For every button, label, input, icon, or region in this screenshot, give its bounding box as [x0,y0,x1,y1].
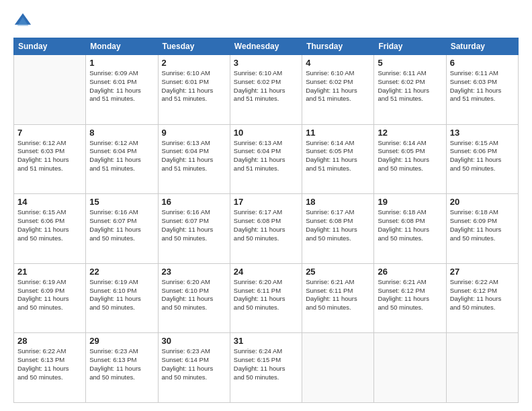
day-number: 18 [306,197,370,207]
cell-info: Sunrise: 6:18 AMSunset: 6:08 PMDaylight:… [378,208,442,242]
cell-info: Sunrise: 6:15 AMSunset: 6:06 PMDaylight:… [17,208,82,242]
calendar-cell: 9Sunrise: 6:13 AMSunset: 6:04 PMDaylight… [158,124,230,194]
weekday-header: Wednesday [230,38,302,55]
day-number: 30 [162,336,226,346]
cell-info: Sunrise: 6:17 AMSunset: 6:08 PMDaylight:… [234,208,298,242]
day-number: 27 [450,267,515,277]
day-number: 16 [162,197,226,207]
calendar-cell [302,333,374,403]
calendar-cell: 4Sunrise: 6:10 AMSunset: 6:02 PMDaylight… [302,55,374,125]
calendar-cell: 13Sunrise: 6:15 AMSunset: 6:06 PMDayligh… [446,124,518,194]
day-number: 17 [234,197,298,207]
cell-info: Sunrise: 6:12 AMSunset: 6:03 PMDaylight:… [17,139,82,173]
calendar-cell: 28Sunrise: 6:22 AMSunset: 6:13 PMDayligh… [14,333,86,403]
weekday-header: Monday [86,38,158,55]
calendar-week-row: 21Sunrise: 6:19 AMSunset: 6:09 PMDayligh… [14,263,519,333]
day-number: 10 [234,128,298,138]
weekday-header: Tuesday [158,38,230,55]
calendar-cell: 25Sunrise: 6:21 AMSunset: 6:11 PMDayligh… [302,263,374,333]
cell-info: Sunrise: 6:11 AMSunset: 6:03 PMDaylight:… [450,69,515,103]
calendar-cell: 17Sunrise: 6:17 AMSunset: 6:08 PMDayligh… [230,194,302,264]
calendar-cell: 15Sunrise: 6:16 AMSunset: 6:07 PMDayligh… [86,194,158,264]
cell-info: Sunrise: 6:19 AMSunset: 6:09 PMDaylight:… [17,278,82,312]
cell-info: Sunrise: 6:16 AMSunset: 6:07 PMDaylight:… [162,208,226,242]
cell-info: Sunrise: 6:23 AMSunset: 6:13 PMDaylight:… [89,347,154,381]
day-number: 15 [89,197,154,207]
day-number: 29 [89,336,154,346]
cell-info: Sunrise: 6:19 AMSunset: 6:10 PMDaylight:… [89,278,154,312]
calendar-header-row: SundayMondayTuesdayWednesdayThursdayFrid… [14,38,519,55]
cell-info: Sunrise: 6:10 AMSunset: 6:02 PMDaylight:… [306,69,370,103]
cell-info: Sunrise: 6:10 AMSunset: 6:02 PMDaylight:… [234,69,298,103]
calendar-cell: 2Sunrise: 6:10 AMSunset: 6:01 PMDaylight… [158,55,230,125]
day-number: 21 [17,267,82,277]
calendar-cell [14,55,86,125]
day-number: 20 [450,197,515,207]
calendar-cell: 18Sunrise: 6:17 AMSunset: 6:08 PMDayligh… [302,194,374,264]
cell-info: Sunrise: 6:17 AMSunset: 6:08 PMDaylight:… [306,208,370,242]
calendar-cell: 30Sunrise: 6:23 AMSunset: 6:14 PMDayligh… [158,333,230,403]
calendar-cell: 14Sunrise: 6:15 AMSunset: 6:06 PMDayligh… [14,194,86,264]
day-number: 14 [17,197,82,207]
logo [13,12,35,31]
calendar-cell [374,333,446,403]
logo-icon [13,12,32,31]
cell-info: Sunrise: 6:11 AMSunset: 6:02 PMDaylight:… [378,69,442,103]
cell-info: Sunrise: 6:16 AMSunset: 6:07 PMDaylight:… [89,208,154,242]
cell-info: Sunrise: 6:12 AMSunset: 6:04 PMDaylight:… [89,139,154,173]
day-number: 5 [378,58,442,68]
day-number: 22 [89,267,154,277]
calendar-cell: 19Sunrise: 6:18 AMSunset: 6:08 PMDayligh… [374,194,446,264]
day-number: 23 [162,267,226,277]
calendar-cell: 31Sunrise: 6:24 AMSunset: 6:15 PMDayligh… [230,333,302,403]
cell-info: Sunrise: 6:13 AMSunset: 6:04 PMDaylight:… [162,139,226,173]
day-number: 28 [17,336,82,346]
cell-info: Sunrise: 6:15 AMSunset: 6:06 PMDaylight:… [450,139,515,173]
cell-info: Sunrise: 6:14 AMSunset: 6:05 PMDaylight:… [378,139,442,173]
cell-info: Sunrise: 6:10 AMSunset: 6:01 PMDaylight:… [162,69,226,103]
calendar-cell: 16Sunrise: 6:16 AMSunset: 6:07 PMDayligh… [158,194,230,264]
day-number: 4 [306,58,370,68]
day-number: 2 [162,58,226,68]
cell-info: Sunrise: 6:23 AMSunset: 6:14 PMDaylight:… [162,347,226,381]
day-number: 11 [306,128,370,138]
day-number: 12 [378,128,442,138]
calendar-week-row: 7Sunrise: 6:12 AMSunset: 6:03 PMDaylight… [14,124,519,194]
calendar-cell: 11Sunrise: 6:14 AMSunset: 6:05 PMDayligh… [302,124,374,194]
calendar-cell: 10Sunrise: 6:13 AMSunset: 6:04 PMDayligh… [230,124,302,194]
day-number: 13 [450,128,515,138]
day-number: 6 [450,58,515,68]
cell-info: Sunrise: 6:20 AMSunset: 6:10 PMDaylight:… [162,278,226,312]
weekday-header: Saturday [446,38,518,55]
cell-info: Sunrise: 6:22 AMSunset: 6:12 PMDaylight:… [450,278,515,312]
calendar-table: SundayMondayTuesdayWednesdayThursdayFrid… [13,38,519,403]
page: SundayMondayTuesdayWednesdayThursdayFrid… [0,0,532,411]
day-number: 26 [378,267,442,277]
day-number: 3 [234,58,298,68]
calendar-cell: 12Sunrise: 6:14 AMSunset: 6:05 PMDayligh… [374,124,446,194]
day-number: 31 [234,336,298,346]
day-number: 8 [89,128,154,138]
calendar-week-row: 1Sunrise: 6:09 AMSunset: 6:01 PMDaylight… [14,55,519,125]
calendar-cell: 27Sunrise: 6:22 AMSunset: 6:12 PMDayligh… [446,263,518,333]
calendar-cell: 24Sunrise: 6:20 AMSunset: 6:11 PMDayligh… [230,263,302,333]
day-number: 19 [378,197,442,207]
cell-info: Sunrise: 6:21 AMSunset: 6:12 PMDaylight:… [378,278,442,312]
calendar-cell [446,333,518,403]
cell-info: Sunrise: 6:18 AMSunset: 6:09 PMDaylight:… [450,208,515,242]
cell-info: Sunrise: 6:14 AMSunset: 6:05 PMDaylight:… [306,139,370,173]
cell-info: Sunrise: 6:20 AMSunset: 6:11 PMDaylight:… [234,278,298,312]
cell-info: Sunrise: 6:24 AMSunset: 6:15 PMDaylight:… [234,347,298,381]
calendar-week-row: 28Sunrise: 6:22 AMSunset: 6:13 PMDayligh… [14,333,519,403]
day-number: 25 [306,267,370,277]
calendar-cell: 1Sunrise: 6:09 AMSunset: 6:01 PMDaylight… [86,55,158,125]
day-number: 7 [17,128,82,138]
cell-info: Sunrise: 6:09 AMSunset: 6:01 PMDaylight:… [89,69,154,103]
calendar-cell: 20Sunrise: 6:18 AMSunset: 6:09 PMDayligh… [446,194,518,264]
calendar-cell: 3Sunrise: 6:10 AMSunset: 6:02 PMDaylight… [230,55,302,125]
calendar-cell: 7Sunrise: 6:12 AMSunset: 6:03 PMDaylight… [14,124,86,194]
calendar-cell: 29Sunrise: 6:23 AMSunset: 6:13 PMDayligh… [86,333,158,403]
calendar-week-row: 14Sunrise: 6:15 AMSunset: 6:06 PMDayligh… [14,194,519,264]
calendar-cell: 26Sunrise: 6:21 AMSunset: 6:12 PMDayligh… [374,263,446,333]
day-number: 9 [162,128,226,138]
